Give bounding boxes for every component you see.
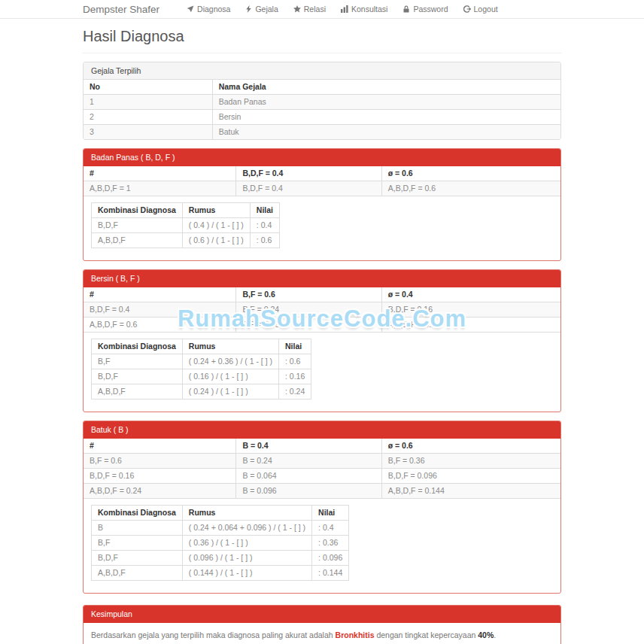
table-row: A,B,D,F( 0.6 ) / ( 1 - [ ] ): 0.6	[92, 233, 280, 248]
combination-table: Kombinasi DiagnosaRumusNilaiB,F( 0.24 + …	[91, 339, 311, 399]
table-row: B,D,F( 0.096 ) / ( 1 - [ ] ): 0.096	[92, 551, 349, 566]
column-header: No	[84, 80, 212, 95]
column-header: Nilai	[250, 203, 279, 218]
cell: : 0.36	[312, 536, 349, 551]
header-row: Kombinasi DiagnosaRumusNilai	[92, 203, 280, 218]
cell: B,F	[92, 536, 183, 551]
cell: 3	[84, 125, 212, 140]
table-row: B,F( 0.36 ) / ( 1 - [ ] ): 0.36	[92, 536, 349, 551]
column-header: Kombinasi Diagnosa	[92, 339, 183, 354]
cell: Batuk	[212, 125, 560, 140]
header-row: #B,D,F = 0.4ø = 0.6	[84, 166, 560, 181]
nav-item-label: Password	[413, 5, 448, 14]
cell: : 0.4	[312, 521, 349, 536]
cell: A,B,D,F	[92, 384, 183, 399]
nav-item-gejala[interactable]: Gejala	[238, 5, 285, 14]
nav-menu: DiagnosaGejalaRelasiKonsultasiPasswordLo…	[179, 5, 506, 14]
table-row: B,D,F = 0.4B,F = 0.24B,D,F = 0.16	[84, 302, 560, 317]
cell: B,D,F = 0.16	[381, 302, 560, 317]
cell: A,B,D,F	[92, 233, 183, 248]
column-header: Nama Gejala	[212, 80, 560, 95]
cell: Bersin	[212, 110, 560, 125]
cell: : 0.16	[279, 369, 311, 384]
column-header: Nilai	[312, 506, 349, 521]
nav-item-password[interactable]: Password	[395, 5, 455, 14]
page: Dempster Shafer DiagnosaGejalaRelasiKons…	[0, 0, 644, 644]
cell: A,B,D,F = 0.24	[84, 484, 236, 499]
column-header: Rumus	[182, 339, 278, 354]
header-row: #B = 0.4ø = 0.6	[84, 439, 560, 454]
cell: B = 0.064	[236, 469, 381, 484]
cell: B,D,F	[92, 551, 183, 566]
cell: Badan Panas	[212, 95, 560, 110]
header-row: NoNama Gejala	[84, 80, 560, 95]
cell: : 0.144	[312, 566, 349, 581]
selected-symptoms-panel-title: Gejala Terpilih	[84, 62, 560, 80]
selected-symptoms-panel: Gejala Terpilih NoNama Gejala1Badan Pana…	[83, 62, 561, 140]
cell: B,D,F	[92, 218, 183, 233]
table-row: B,F( 0.24 + 0.36 ) / ( 1 - [ ] ): 0.6	[92, 354, 311, 369]
cell: ( 0.24 + 0.064 + 0.096 ) / ( 1 - [ ] )	[182, 521, 311, 536]
cell: ( 0.096 ) / ( 1 - [ ] )	[182, 551, 311, 566]
cell: B,D,F = 0.4	[84, 302, 236, 317]
cell: B,F = 0.36	[236, 317, 381, 333]
column-header: #	[84, 166, 236, 181]
diagnosis-name: Bronkhitis	[336, 630, 375, 639]
bolt-icon	[245, 5, 252, 13]
cell: ( 0.24 ) / ( 1 - [ ] )	[182, 384, 278, 399]
send-icon	[187, 5, 194, 13]
nav-item-relasi[interactable]: Relasi	[286, 5, 333, 14]
nav-item-logout[interactable]: Logout	[456, 5, 506, 14]
cell: B,F = 0.36	[381, 454, 560, 469]
nav-item-diagnosa[interactable]: Diagnosa	[179, 5, 238, 14]
column-header: ø = 0.6	[381, 439, 560, 454]
confidence-value: 40%	[478, 630, 494, 639]
nav-item-label: Konsultasi	[351, 5, 387, 14]
cell: B,D,F = 0.096	[381, 469, 560, 484]
nav-item-label: Logout	[474, 5, 498, 14]
page-title: Hasil Diagnosa	[83, 28, 561, 53]
cell: : 0.6	[279, 354, 311, 369]
calculation-panel: Batuk ( B ) #B = 0.4ø = 0.6B,F = 0.6B = …	[83, 421, 561, 594]
cell: B	[92, 521, 183, 536]
cell: B = 0.096	[236, 484, 381, 499]
mass-function-table: #B,D,F = 0.4ø = 0.6A,B,D,F = 1B,D,F = 0.…	[84, 166, 560, 196]
header-row: Kombinasi DiagnosaRumusNilai	[92, 339, 311, 354]
cell: : 0.4	[250, 218, 279, 233]
column-header: Nilai	[279, 339, 311, 354]
cell: ( 0.16 ) / ( 1 - [ ] )	[182, 369, 278, 384]
nav-item-label: Gejala	[255, 5, 278, 14]
table-row: B,D,F( 0.4 ) / ( 1 - [ ] ): 0.4	[92, 218, 280, 233]
cell: ( 0.144 ) / ( 1 - [ ] )	[182, 566, 311, 581]
column-header: Kombinasi Diagnosa	[92, 506, 183, 521]
calculation-panel: Bersin ( B, F ) #B,F = 0.6ø = 0.4B,D,F =…	[83, 269, 561, 412]
cell: A,B,D,F = 0.6	[84, 317, 236, 333]
calculation-panel-title: Bersin ( B, F )	[84, 270, 560, 287]
cell: A,B,D,F = 0.24	[381, 317, 560, 333]
table-row: A,B,D,F = 0.6B,F = 0.36A,B,D,F = 0.24	[84, 317, 560, 333]
table-row: B,F = 0.6B = 0.24B,F = 0.36	[84, 454, 560, 469]
bar-chart-icon	[341, 5, 348, 13]
cell: A,B,D,F = 0.144	[381, 484, 560, 499]
cell: B = 0.24	[236, 454, 381, 469]
table-row: A,B,D,F = 0.24B = 0.096A,B,D,F = 0.144	[84, 484, 560, 499]
header-row: #B,F = 0.6ø = 0.4	[84, 287, 560, 302]
brand[interactable]: Dempster Shafer	[83, 4, 159, 15]
table-row: A,B,D,F( 0.144 ) / ( 1 - [ ] ): 0.144	[92, 566, 349, 581]
nav-item-label: Relasi	[304, 5, 326, 14]
nav-item-konsultasi[interactable]: Konsultasi	[333, 5, 395, 14]
conclusion-panel: Kesimpulan Berdasarkan gejala yang terpi…	[83, 605, 561, 644]
nav-item-label: Diagnosa	[197, 5, 230, 14]
cell: ( 0.24 + 0.36 ) / ( 1 - [ ] )	[182, 354, 278, 369]
table-row: 2Bersin	[84, 110, 560, 125]
cell: B,D,F = 0.4	[236, 181, 381, 196]
conclusion-text-before: Berdasarkan gejala yang terpilih maka di…	[91, 630, 333, 639]
cell: ( 0.36 ) / ( 1 - [ ] )	[182, 536, 311, 551]
cell: B,D,F	[92, 369, 183, 384]
calculation-panel: Badan Panas ( B, D, F ) #B,D,F = 0.4ø = …	[83, 148, 561, 261]
table-row: B( 0.24 + 0.064 + 0.096 ) / ( 1 - [ ] ):…	[92, 521, 349, 536]
column-header: B,D,F = 0.4	[236, 166, 381, 181]
column-header: B,F = 0.6	[236, 287, 381, 302]
column-header: ø = 0.6	[381, 166, 560, 181]
table-row: 1Badan Panas	[84, 95, 560, 110]
